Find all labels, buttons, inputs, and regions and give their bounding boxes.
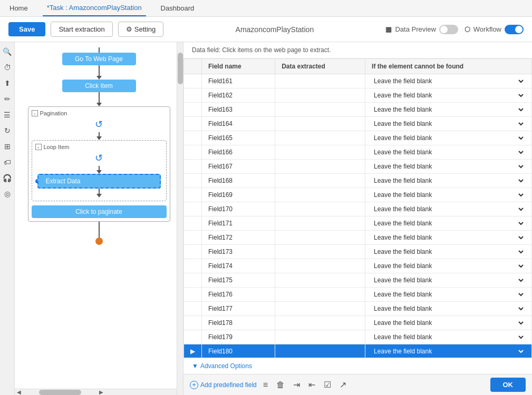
table-row[interactable]: Field165Leave the field blankUse default… [184,131,532,145]
scroll-right-arrow[interactable]: ▶ [97,389,105,395]
table-row[interactable]: Field169Leave the field blankUse default… [184,188,532,202]
action-select[interactable]: Leave the field blankUse default valueSk… [372,162,525,171]
start-extraction-button[interactable]: Start extraction [51,22,112,37]
check-button[interactable]: ☑ [322,379,333,391]
action-cell[interactable]: Leave the field blankUse default valueSk… [365,131,532,145]
table-row[interactable]: Field177Leave the field blankUse default… [184,302,532,316]
action-select[interactable]: Leave the field blankUse default valueSk… [372,134,525,142]
table-row[interactable]: Field178Leave the field blankUse default… [184,316,532,330]
action-select[interactable]: Leave the field blankUse default valueSk… [372,91,525,100]
action-cell[interactable]: Leave the field blankUse default valueSk… [365,88,532,103]
action-cell[interactable]: Leave the field blankUse default valueSk… [365,330,532,344]
sidebar-icon-upload[interactable]: ⬆ [2,78,13,88]
collapse-pagination-button[interactable]: - [32,110,38,116]
go-to-webpage-node[interactable]: Go To Web Page [62,53,136,65]
action-select[interactable]: Leave the field blankUse default valueSk… [372,276,525,284]
action-cell[interactable]: Leave the field blankUse default valueSk… [365,344,532,358]
action-cell[interactable]: Leave the field blankUse default valueSk… [365,259,532,273]
action-cell[interactable]: Leave the field blankUse default valueSk… [365,188,532,202]
extract-data-node[interactable]: Extract Data [37,174,161,189]
nav-tab-home[interactable]: Home [5,0,32,16]
action-select[interactable]: Leave the field blankUse default valueSk… [372,219,525,228]
setting-button[interactable]: ⚙ Setting [118,22,163,37]
scroll-left-arrow[interactable]: ◀ [15,389,23,395]
action-cell[interactable]: Leave the field blankUse default valueSk… [365,273,532,288]
table-row[interactable]: Field162Leave the field blankUse default… [184,88,532,103]
table-row[interactable]: Field179Leave the field blankUse default… [184,330,532,344]
sidebar-icon-nodes[interactable]: ⊞ [2,141,13,152]
nav-tab-dashboard[interactable]: Dashboard [157,0,199,16]
scrollbar-thumb[interactable] [178,53,183,84]
data-table-container[interactable]: Field name Data extracted If the element… [183,58,532,358]
sidebar-icon-list[interactable]: ☰ [2,110,13,120]
indent-button[interactable]: ⇥ [291,379,302,391]
table-row[interactable]: Field163Leave the field blankUse default… [184,103,532,117]
click-item-node[interactable]: Click Item [62,80,136,92]
sidebar-icon-search[interactable]: 🔍 [2,46,13,57]
data-preview-toggle[interactable] [439,25,458,34]
table-row[interactable]: Field166Leave the field blankUse default… [184,145,532,160]
advanced-options[interactable]: ▼ Advanced Options [183,358,532,374]
table-row[interactable]: Field172Leave the field blankUse default… [184,231,532,245]
action-select[interactable]: Leave the field blankUse default valueSk… [372,77,525,85]
action-select[interactable]: Leave the field blankUse default valueSk… [372,191,525,199]
action-cell[interactable]: Leave the field blankUse default valueSk… [365,174,532,188]
action-cell[interactable]: Leave the field blankUse default valueSk… [365,316,532,330]
action-cell[interactable]: Leave the field blankUse default valueSk… [365,288,532,302]
table-row[interactable]: Field161Leave the field blankUse default… [184,74,532,88]
action-select[interactable]: Leave the field blankUse default valueSk… [372,120,525,128]
action-select[interactable]: Leave the field blankUse default valueSk… [372,248,525,256]
add-predefined-field-button[interactable]: + Add predefined field [190,381,257,389]
hscroll-thumb[interactable] [39,390,81,395]
action-select[interactable]: Leave the field blankUse default valueSk… [372,333,525,341]
action-select[interactable]: Leave the field blankUse default valueSk… [372,105,525,114]
action-cell[interactable]: Leave the field blankUse default valueSk… [365,245,532,259]
action-cell[interactable]: Leave the field blankUse default valueSk… [365,231,532,245]
action-select[interactable]: Leave the field blankUse default valueSk… [372,290,525,299]
action-cell[interactable]: Leave the field blankUse default valueSk… [365,160,532,174]
action-cell[interactable]: Leave the field blankUse default valueSk… [365,74,532,88]
action-cell[interactable]: Leave the field blankUse default valueSk… [365,117,532,131]
table-row[interactable]: Field174Leave the field blankUse default… [184,259,532,273]
sidebar-icon-edit[interactable]: ✏ [2,94,13,104]
action-select[interactable]: Leave the field blankUse default valueSk… [372,176,525,185]
table-row[interactable]: Field175Leave the field blankUse default… [184,273,532,288]
save-button[interactable]: Save [8,22,45,36]
table-row[interactable]: ▶Field180Leave the field blankUse defaul… [184,344,532,358]
table-row[interactable]: Field176Leave the field blankUse default… [184,288,532,302]
workflow-toggle[interactable] [505,25,524,34]
delete-button[interactable]: 🗑 [274,379,287,391]
sidebar-icon-tag[interactable]: 🏷 [2,157,13,167]
horizontal-scrollbar[interactable]: ◀ ▶ [15,389,177,395]
action-cell[interactable]: Leave the field blankUse default valueSk… [365,145,532,160]
sidebar-icon-refresh[interactable]: ↻ [2,125,13,136]
action-cell[interactable]: Leave the field blankUse default valueSk… [365,216,532,231]
table-row[interactable]: Field164Leave the field blankUse default… [184,117,532,131]
click-paginate-node[interactable]: Click to paginate [32,205,167,218]
action-cell[interactable]: Leave the field blankUse default valueSk… [365,202,532,216]
table-row[interactable]: Field168Leave the field blankUse default… [184,174,532,188]
action-select[interactable]: Leave the field blankUse default valueSk… [372,319,525,327]
action-select[interactable]: Leave the field blankUse default valueSk… [372,347,525,355]
sidebar-icon-clock[interactable]: ⏱ [2,62,13,73]
nav-tab-task[interactable]: *Task : AmazoncomPlayStation [43,0,146,16]
sort-az-button[interactable]: ≡ [261,379,270,391]
table-row[interactable]: Field170Leave the field blankUse default… [184,202,532,216]
collapse-loop-button[interactable]: - [35,144,42,150]
action-cell[interactable]: Leave the field blankUse default valueSk… [365,302,532,316]
sidebar-icon-circle[interactable]: ◎ [2,189,13,199]
vertical-scrollbar[interactable] [177,42,183,395]
action-select[interactable]: Leave the field blankUse default valueSk… [372,262,525,270]
table-row[interactable]: Field167Leave the field blankUse default… [184,160,532,174]
action-select[interactable]: Leave the field blankUse default valueSk… [372,148,525,156]
table-row[interactable]: Field173Leave the field blankUse default… [184,245,532,259]
table-row[interactable]: Field171Leave the field blankUse default… [184,216,532,231]
action-select[interactable]: Leave the field blankUse default valueSk… [372,233,525,242]
export-button[interactable]: ↗ [337,379,349,391]
ok-button[interactable]: OK [490,378,526,392]
action-select[interactable]: Leave the field blankUse default valueSk… [372,205,525,213]
action-select[interactable]: Leave the field blankUse default valueSk… [372,304,525,313]
sidebar-icon-headphone[interactable]: 🎧 [2,173,13,183]
outdent-button[interactable]: ⇤ [306,379,317,391]
action-cell[interactable]: Leave the field blankUse default valueSk… [365,103,532,117]
